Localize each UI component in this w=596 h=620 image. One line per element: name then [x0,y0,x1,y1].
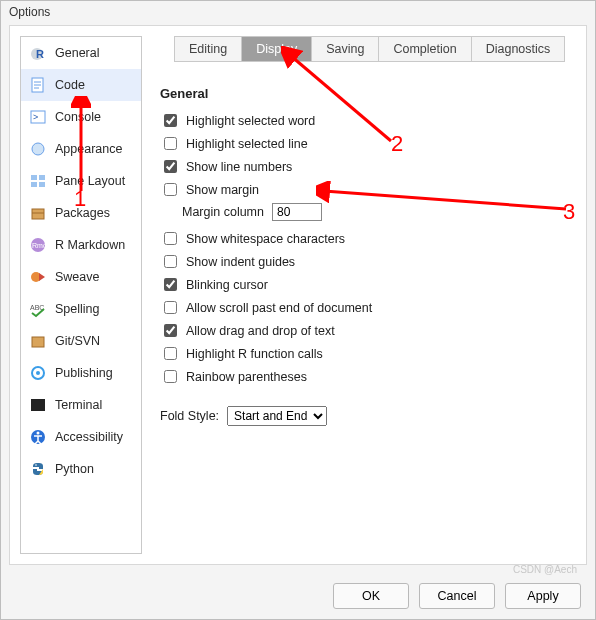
apply-button[interactable]: Apply [505,583,581,609]
sidebar-item-git-svn[interactable]: Git/SVN [21,325,141,357]
sidebar-item-spelling[interactable]: ABC Spelling [21,293,141,325]
opt-rainbow-parens[interactable]: Rainbow parentheses [160,365,574,388]
svg-rect-22 [31,399,45,411]
chk-line-numbers[interactable] [164,160,177,173]
opt-label: Show line numbers [186,160,292,174]
chk-highlight-line[interactable] [164,137,177,150]
opt-blinking-cursor[interactable]: Blinking cursor [160,273,574,296]
tab-editing[interactable]: Editing [175,37,242,61]
opt-show-margin[interactable]: Show margin [160,178,574,201]
package-icon [29,204,47,222]
margin-column-row: Margin column [182,201,574,227]
cancel-button[interactable]: Cancel [419,583,495,609]
opt-label: Highlight selected word [186,114,315,128]
sidebar-item-code[interactable]: Code [21,69,141,101]
category-sidebar: R General Code > Console Appearance Pane… [20,36,142,554]
fold-style-select[interactable]: Start and End [227,406,327,426]
opt-label: Blinking cursor [186,278,268,292]
sidebar-item-appearance[interactable]: Appearance [21,133,141,165]
opt-scroll-past-end[interactable]: Allow scroll past end of document [160,296,574,319]
tab-completion[interactable]: Completion [379,37,471,61]
chk-drag-drop[interactable] [164,324,177,337]
opt-highlight-r-calls[interactable]: Highlight R function calls [160,342,574,365]
sidebar-item-accessibility[interactable]: Accessibility [21,421,141,453]
svg-rect-13 [32,209,44,219]
sidebar-item-packages[interactable]: Packages [21,197,141,229]
git-icon [29,332,47,350]
appearance-icon [29,140,47,158]
watermark-text: CSDN @Aech [513,564,577,575]
chk-show-margin[interactable] [164,183,177,196]
sidebar-item-publishing[interactable]: Publishing [21,357,141,389]
sidebar-item-label: Sweave [55,270,99,284]
sidebar-item-label: Console [55,110,101,124]
opt-label: Highlight selected line [186,137,308,151]
sidebar-item-label: Pane Layout [55,174,125,188]
sweave-icon [29,268,47,286]
margin-column-label: Margin column [182,205,264,219]
sidebar-item-console[interactable]: > Console [21,101,141,133]
console-icon: > [29,108,47,126]
tab-diagnostics[interactable]: Diagnostics [472,37,565,61]
opt-label: Rainbow parentheses [186,370,307,384]
svg-rect-19 [32,337,44,347]
document-icon [29,76,47,94]
ok-button[interactable]: OK [333,583,409,609]
opt-line-numbers[interactable]: Show line numbers [160,155,574,178]
opt-whitespace[interactable]: Show whitespace characters [160,227,574,250]
sidebar-item-python[interactable]: Python [21,453,141,485]
fold-style-label: Fold Style: [160,409,219,423]
svg-rect-12 [39,182,45,187]
main-panel: Editing Display Saving Completion Diagno… [160,36,574,554]
sidebar-item-label: Appearance [55,142,122,156]
pane-layout-icon [29,172,47,190]
chk-highlight-r-calls[interactable] [164,347,177,360]
sidebar-item-sweave[interactable]: Sweave [21,261,141,293]
svg-rect-11 [31,182,37,187]
sidebar-item-terminal[interactable]: Terminal [21,389,141,421]
margin-column-input[interactable] [272,203,322,221]
options-window: Options R General Code > Console Appeara… [0,0,596,620]
chk-highlight-word[interactable] [164,114,177,127]
svg-text:R: R [36,48,44,60]
sidebar-item-label: Packages [55,206,110,220]
tab-bar: Editing Display Saving Completion Diagno… [174,36,565,62]
opt-highlight-word[interactable]: Highlight selected word [160,109,574,132]
opt-label: Show margin [186,183,259,197]
opt-highlight-line[interactable]: Highlight selected line [160,132,574,155]
rmarkdown-icon: Rmd [29,236,47,254]
sidebar-item-label: Code [55,78,85,92]
opt-drag-drop[interactable]: Allow drag and drop of text [160,319,574,342]
chk-rainbow-parens[interactable] [164,370,177,383]
sidebar-item-pane-layout[interactable]: Pane Layout [21,165,141,197]
options-list: Highlight selected word Highlight select… [160,109,574,426]
opt-indent-guides[interactable]: Show indent guides [160,250,574,273]
opt-label: Highlight R function calls [186,347,323,361]
publishing-icon [29,364,47,382]
section-heading: General [160,86,574,101]
sidebar-item-label: Git/SVN [55,334,100,348]
sidebar-item-label: Spelling [55,302,99,316]
window-title: Options [1,1,595,23]
svg-point-25 [35,464,37,466]
opt-label: Show indent guides [186,255,295,269]
sidebar-item-label: Terminal [55,398,102,412]
r-logo-icon: R [29,44,47,62]
svg-rect-10 [39,175,45,180]
chk-scroll-past-end[interactable] [164,301,177,314]
chk-indent-guides[interactable] [164,255,177,268]
tab-saving[interactable]: Saving [312,37,379,61]
sidebar-item-label: Accessibility [55,430,123,444]
svg-text:Rmd: Rmd [32,242,47,249]
tab-display[interactable]: Display [242,37,312,61]
fold-style-row: Fold Style: Start and End [160,406,574,426]
chk-whitespace[interactable] [164,232,177,245]
opt-label: Allow drag and drop of text [186,324,335,338]
sidebar-item-label: Publishing [55,366,113,380]
sidebar-item-label: Python [55,462,94,476]
sidebar-item-rmarkdown[interactable]: Rmd R Markdown [21,229,141,261]
svg-rect-9 [31,175,37,180]
dialog-buttons: OK Cancel Apply [333,583,581,609]
chk-blinking-cursor[interactable] [164,278,177,291]
sidebar-item-general[interactable]: R General [21,37,141,69]
